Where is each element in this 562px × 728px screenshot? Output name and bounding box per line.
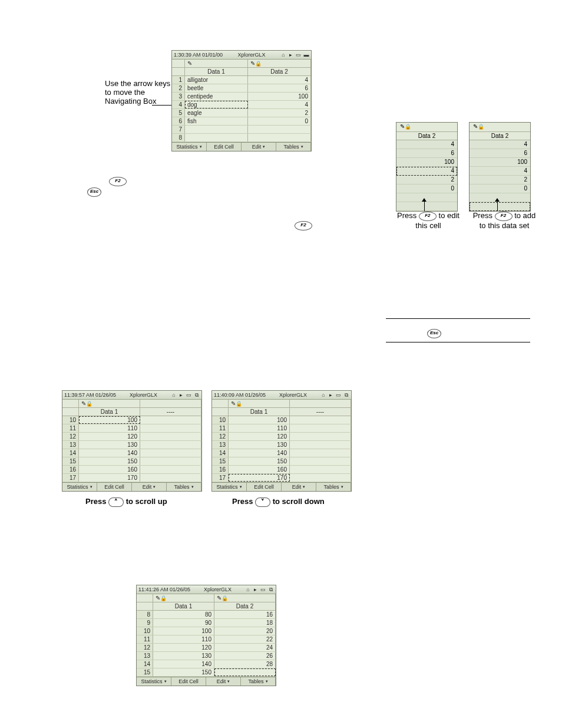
table-row[interactable]: 88016	[137, 611, 276, 619]
data-cell[interactable]: 26	[214, 652, 276, 660]
data-cell[interactable]: 120	[153, 644, 214, 651]
edit-button[interactable]: Edit▾	[242, 143, 276, 151]
data-cell[interactable]: 2	[470, 176, 530, 185]
column-header[interactable]: Data 1	[153, 602, 214, 610]
edit-cell-button[interactable]: Edit Cell	[207, 143, 242, 151]
data-cell[interactable]: alligator	[185, 76, 248, 84]
data-cell[interactable]	[290, 416, 351, 424]
data-cell[interactable]: 100	[79, 416, 140, 424]
table-row[interactable]: 99018	[137, 619, 276, 627]
data-cell[interactable]: 150	[229, 457, 290, 465]
data-cell[interactable]	[470, 193, 530, 202]
table-row[interactable]: 15150	[212, 457, 351, 466]
data-cell[interactable]: 150	[79, 457, 140, 465]
data-cell[interactable]	[140, 424, 201, 432]
column-header[interactable]: Data 2	[248, 68, 311, 75]
data-cell[interactable]: 110	[79, 424, 140, 432]
data-cell[interactable]: 120	[79, 433, 140, 440]
home-icon[interactable]: ⌂	[280, 52, 286, 58]
data-cell[interactable]	[290, 449, 351, 457]
statistics-button[interactable]: Statistics▾	[137, 677, 171, 686]
data-cell[interactable]	[290, 441, 351, 449]
data-cell[interactable]: 110	[229, 424, 290, 432]
data-cell[interactable]: 24	[214, 644, 276, 651]
table-row[interactable]: 12120	[62, 433, 201, 441]
statistics-button[interactable]: Statistics▾	[172, 143, 207, 151]
data-cell[interactable]: dog	[185, 101, 248, 108]
table-row[interactable]: 13130	[212, 441, 351, 449]
tables-button[interactable]: Tables▾	[167, 483, 201, 491]
file-icon[interactable]: ▭	[186, 392, 192, 398]
data-cell[interactable]: eagle	[185, 109, 248, 117]
data-cell[interactable]: 4	[248, 101, 311, 108]
column-header[interactable]: ----	[140, 408, 201, 416]
edit-cell-button[interactable]: Edit Cell	[247, 483, 282, 491]
table-row[interactable]: 6fish0	[172, 117, 311, 126]
data-cell[interactable]	[140, 433, 201, 440]
table-row[interactable]: 1212024	[137, 644, 276, 652]
home-icon[interactable]: ⌂	[245, 587, 251, 592]
play-icon[interactable]: ▸	[288, 52, 294, 58]
table-row[interactable]: 14140	[62, 449, 201, 457]
data-cell[interactable]: 140	[229, 449, 290, 457]
data-cell[interactable]	[140, 474, 201, 482]
table-row[interactable]: 8	[172, 134, 311, 142]
table-row[interactable]: 4dog4	[172, 101, 311, 109]
table-row[interactable]: 15150	[62, 457, 201, 466]
table-row[interactable]: 12120	[212, 433, 351, 441]
data-cell[interactable]	[140, 441, 201, 449]
column-header[interactable]: Data 1	[79, 408, 140, 416]
table-row[interactable]: 1010020	[137, 627, 276, 635]
file-icon[interactable]: ▭	[336, 392, 342, 398]
data-cell[interactable]	[290, 433, 351, 440]
data-cell[interactable]: beetle	[185, 84, 248, 92]
tables-button[interactable]: Tables▾	[316, 483, 351, 491]
table-row[interactable]: 1111022	[137, 635, 276, 644]
data-cell[interactable]: 130	[79, 441, 140, 449]
play-icon[interactable]: ▸	[178, 392, 184, 398]
data-cell[interactable]	[290, 457, 351, 465]
data-cell[interactable]: 4	[396, 140, 457, 149]
tables-button[interactable]: Tables▾	[241, 677, 276, 686]
data-cell[interactable]: 6	[470, 149, 530, 158]
table-row[interactable]: 5eagle2	[172, 109, 311, 117]
data-cell[interactable]: 2	[248, 109, 311, 117]
table-row[interactable]: 2beetle6	[172, 84, 311, 93]
table-row[interactable]: 13130	[62, 441, 201, 449]
data-cell[interactable]: 4	[470, 140, 530, 149]
table-row[interactable]: 10100	[62, 416, 201, 424]
data-cell[interactable]: 130	[153, 652, 214, 660]
data-cell[interactable]	[248, 126, 311, 133]
data-cell[interactable]: 140	[153, 660, 214, 668]
edit-button[interactable]: Edit▾	[282, 483, 316, 491]
data-cell[interactable]	[140, 457, 201, 465]
edit-button[interactable]: Edit▾	[206, 677, 241, 686]
table-row[interactable]: 17170	[62, 474, 201, 482]
table-row[interactable]: 11110	[212, 424, 351, 433]
play-icon[interactable]: ▸	[253, 587, 259, 592]
column-header[interactable]: Data 1	[229, 408, 290, 416]
play-icon[interactable]: ▸	[328, 392, 334, 398]
data-cell[interactable]	[214, 668, 276, 676]
data-cell[interactable]: 18	[214, 619, 276, 627]
data-cell[interactable]	[140, 466, 201, 473]
table-row[interactable]: 1alligator4	[172, 76, 311, 84]
data-cell[interactable]: 20	[214, 627, 276, 635]
tables-button[interactable]: Tables▾	[276, 143, 311, 151]
table-row[interactable]: 3centipede100	[172, 93, 311, 101]
data-cell[interactable]: 6	[396, 149, 457, 158]
data-cell[interactable]: 140	[79, 449, 140, 457]
data-cell[interactable]: 160	[79, 466, 140, 473]
data-cell[interactable]	[396, 193, 457, 202]
data-cell[interactable]	[290, 466, 351, 473]
table-row[interactable]: 17170	[212, 474, 351, 482]
data-cell[interactable]	[290, 474, 351, 482]
data-cell[interactable]: fish	[185, 117, 248, 125]
column-header[interactable]: ----	[290, 408, 351, 416]
data-cell[interactable]: 150	[153, 668, 214, 676]
table-row[interactable]: 11110	[62, 424, 201, 433]
data-cell[interactable]: 100	[229, 416, 290, 424]
data-cell[interactable]: 0	[470, 185, 530, 193]
data-cell[interactable]	[140, 416, 201, 424]
home-icon[interactable]: ⌂	[320, 392, 326, 398]
